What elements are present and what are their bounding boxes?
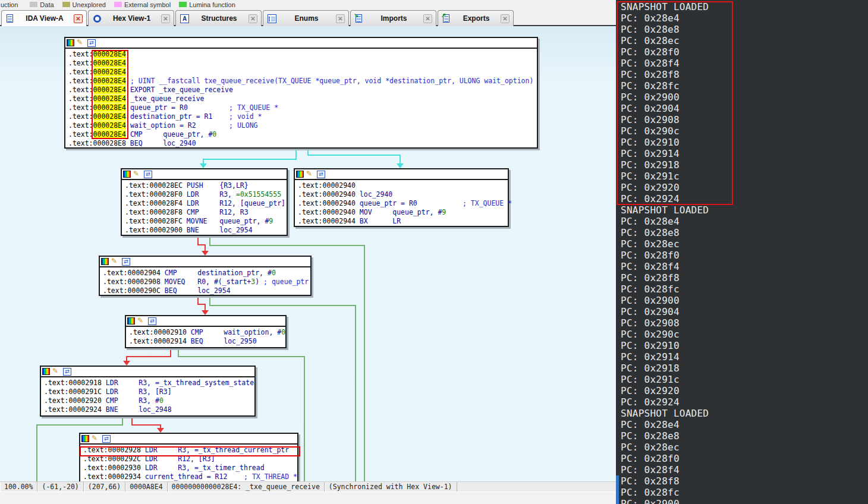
disasm-line[interactable]: .text:000028E4 [68,59,537,68]
disasm-text: loc_2940 [360,190,392,199]
ida-graph-view[interactable]: ✎⇄.text:000028E4.text:000028E4.text:0000… [0,26,616,481]
basic-block-2904[interactable]: ✎⇄.text:00002904 CMP destination_ptr, #0… [99,256,312,296]
disasm-line[interactable]: .text:00002930 LDR R3, =_tx_timer_thread [83,464,297,472]
legend-items: DataUnexploredExternal symbolLumina func… [21,1,235,8]
tab-enums[interactable]: Enums✕ [263,10,349,26]
edit-comment-icon[interactable]: ✎ [137,317,146,325]
disasm-line[interactable]: .text:00002940 [298,181,508,190]
node-info-icon[interactable]: ⇄ [144,171,152,178]
disasm-line[interactable]: .text:000028F0 LDR R3, =0x51554555 [125,190,287,199]
graph-edge [178,348,179,357]
terminal-pc-line: PC: 0x290c [621,125,709,137]
node-color-icon[interactable] [123,171,131,178]
tab-close-icon[interactable]: ✕ [501,14,510,23]
tab-close-icon[interactable]: ✕ [336,14,345,23]
block-disassembly: .text:000028E4.text:000028E4.text:000028… [65,49,537,148]
terminal-pc-line: PC: 0x290c [621,329,709,340]
node-color-icon[interactable] [127,317,135,325]
basic-block-2918[interactable]: ✎⇄.text:00002918 LDR R3, =_tx_thread_sys… [40,366,256,417]
structures-icon: A [180,14,190,24]
disasm-line[interactable]: .text:00002900 BNE loc_2954 [125,226,287,235]
node-info-icon[interactable]: ⇄ [87,39,96,47]
block-disassembly: .text:000028EC PUSH {R3,LR}.text:000028F… [122,180,287,235]
node-color-icon[interactable] [81,435,89,442]
node-color-icon[interactable] [42,368,50,375]
basic-block-2928[interactable]: ✎⇄.text:00002928 LDR R3, =_tx_thread_cur… [79,433,298,481]
terminal-panel[interactable]: SNAPSHOT LOADEDPC: 0x28e4PC: 0x28e8PC: 0… [616,0,868,504]
terminal-pc-line: PC: 0x28ec [621,35,709,46]
disasm-text: CMP R3, # [106,396,159,405]
basic-block-28ec[interactable]: ✎⇄.text:000028EC PUSH {R3,LR}.text:00002… [121,168,288,236]
disasm-line[interactable]: .text:000028E4 ; UINT __fastcall txe_que… [68,77,537,86]
ida-pro-window: uction DataUnexploredExternal symbolLumi… [0,0,868,504]
tab-exports[interactable]: ↗Exports✕ [438,10,514,26]
disasm-line[interactable]: .text:00002914 BEQ loc_2950 [129,337,285,346]
block-disassembly: .text:00002918 LDR R3, =_tx_thread_syste… [41,377,254,414]
disasm-line[interactable]: .text:00002910 CMP wait_option, #0 [129,328,285,337]
disasm-text: .text: [68,68,93,76]
disasm-line[interactable]: .text:000028E4 [68,68,537,77]
graph-edge [203,159,204,163]
disasm-line[interactable]: .text:00002940 MOV queue_ptr, #9 [298,208,508,217]
disasm-line[interactable]: .text:00002940 queue_ptr = R0 ; TX_QUEUE… [298,199,508,208]
tab-close-icon[interactable]: ✕ [423,14,432,23]
node-color-icon[interactable] [101,258,109,265]
node-info-icon[interactable]: ⇄ [317,171,325,178]
tab-structures[interactable]: AStructures✕ [175,10,262,26]
node-color-icon[interactable] [67,39,74,46]
node-color-icon[interactable] [296,171,304,178]
node-info-icon[interactable]: ⇄ [102,435,111,443]
tab-close-icon[interactable]: ✕ [249,14,257,23]
edit-comment-icon[interactable]: ✎ [92,434,100,443]
disasm-line[interactable]: .text:000028E4 destination_ptr = R1 ; vo… [68,112,537,121]
disasm-line[interactable]: .text:0000290C BEQ loc_2954 [103,286,310,295]
disasm-line[interactable]: .text:000028E4 _txe_queue_receive [68,94,537,103]
block-title-bar: ✎⇄ [80,434,297,445]
disasm-line[interactable]: .text:0000292C LDR R12, [R3] [83,455,297,464]
disasm-text: .text:000028FC [125,217,187,225]
tab-close-icon[interactable]: ✕ [74,14,83,23]
legend-label: Unexplored [73,1,106,8]
disasm-line[interactable]: .text:000028E4 CMP queue_ptr, #0 [68,130,537,139]
node-info-icon[interactable]: ⇄ [63,368,71,376]
disasm-line[interactable]: .text:000028E8 BEQ loc_2940 [68,139,537,148]
disasm-text: 9 [442,208,446,216]
disasm-line[interactable]: .text:00002904 CMP destination_ptr, #0 [103,269,310,278]
disasm-line[interactable]: .text:000028F4 LDR R12, [queue_ptr] [125,199,287,208]
disasm-line[interactable]: .text:0000291C LDR R3, [R3] [44,388,254,396]
disasm-line[interactable]: .text:00002924 BNE loc_2948 [44,405,254,414]
node-info-icon[interactable]: ⇄ [122,258,130,266]
edit-comment-icon[interactable]: ✎ [306,170,315,178]
tab-close-icon[interactable]: ✕ [161,14,170,23]
edit-comment-icon[interactable]: ✎ [111,257,119,266]
terminal-pc-line: PC: 0x28f8 [621,69,709,80]
disasm-line[interactable]: .text:000028EC PUSH {R3,LR} [125,181,287,190]
tab-imports[interactable]: ↘Imports✕ [350,10,436,26]
tab-hex-view-1[interactable]: Hex View-1✕ [88,10,174,26]
disasm-line[interactable]: .text:00002940 loc_2940 [298,190,508,199]
basic-block-2910[interactable]: ✎⇄.text:00002910 CMP wait_option, #0.tex… [125,315,287,348]
edit-comment-icon[interactable]: ✎ [77,39,85,47]
disasm-line[interactable]: .text:000028E4 EXPORT _txe_queue_receive [68,86,537,94]
disasm-text: ) [255,278,263,286]
edit-comment-icon[interactable]: ✎ [133,170,141,178]
node-info-icon[interactable]: ⇄ [148,317,156,325]
disasm-line[interactable]: .text:00002928 LDR R3, =_tx_thread_curre… [83,446,297,455]
basic-block-28e4[interactable]: ✎⇄.text:000028E4.text:000028E4.text:0000… [64,37,538,149]
disasm-line[interactable]: .text:00002918 LDR R3, =_tx_thread_syste… [44,379,254,388]
disasm-line[interactable]: .text:000028F8 CMP R12, R3 [125,208,287,217]
tab-ida-view-a[interactable]: IDA View-A✕ [1,10,87,26]
disasm-line[interactable]: .text:00002908 MOVEQ R0, #(_start+3) ; q… [103,278,310,286]
basic-block-2940[interactable]: ✎⇄.text:00002940.text:00002940 loc_2940.… [294,168,509,227]
disasm-line[interactable]: .text:000028E4 [68,50,537,59]
terminal-snapshot-header: SNAPSHOT LOADED [621,204,709,216]
disasm-line[interactable]: .text:000028E4 queue_ptr = R0 ; TX_QUEUE… [68,103,537,112]
disasm-line[interactable]: .text:000028E4 wait_option = R2 ; ULONG [68,121,537,130]
disasm-text: 000028E4 [93,112,126,121]
disasm-line[interactable]: .text:00002934 current_thread = R12 ; TX… [83,472,297,481]
disasm-line[interactable]: .text:00002920 CMP R3, #0 [44,396,254,405]
disasm-line[interactable]: .text:00002944 BX LR [298,217,508,226]
disasm-line[interactable]: .text:000028FC MOVNE queue_ptr, #9 [125,217,287,226]
edit-comment-icon[interactable]: ✎ [52,367,61,376]
disasm-text: .text:00002944 [298,217,360,225]
